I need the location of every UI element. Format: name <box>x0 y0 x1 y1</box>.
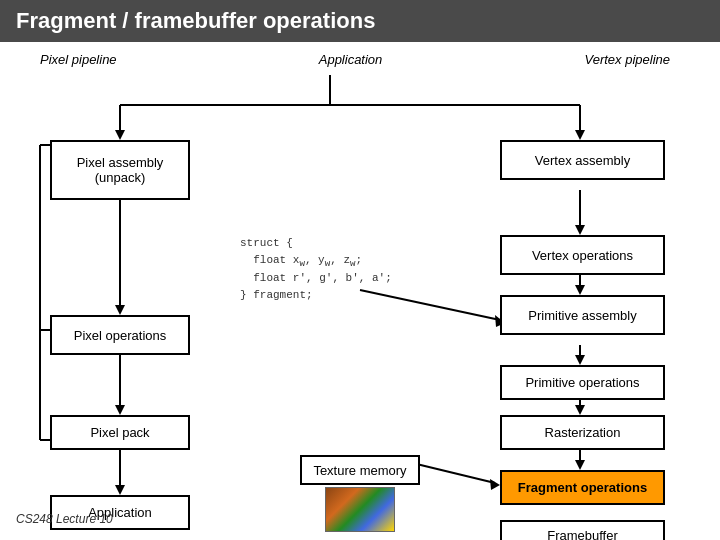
pixel-operations-box: Pixel operations <box>50 315 190 355</box>
svg-marker-10 <box>115 405 125 415</box>
texture-image <box>325 487 395 532</box>
fragment-operations-box: Fragment operations <box>500 470 665 505</box>
primitive-assembly-box: Primitive assembly <box>500 295 665 335</box>
pixel-pipeline-label: Pixel pipeline <box>40 52 117 67</box>
svg-marker-8 <box>115 305 125 315</box>
svg-marker-20 <box>575 405 585 415</box>
framebuffer-box: Framebuffer <box>500 520 665 540</box>
pixel-pack-box: Pixel pack <box>50 415 190 450</box>
pixel-assembly-box: Pixel assembly(unpack) <box>50 140 190 200</box>
pixel-pack-label: Pixel pack <box>90 425 149 440</box>
content: Pixel pipeline Application Vertex pipeli… <box>0 42 720 532</box>
vertex-operations-box: Vertex operations <box>500 235 665 275</box>
svg-marker-18 <box>575 355 585 365</box>
primitive-operations-box: Primitive operations <box>500 365 665 400</box>
pixel-assembly-label: Pixel assembly(unpack) <box>77 155 164 185</box>
framebuffer-label: Framebuffer <box>547 528 618 541</box>
svg-marker-3 <box>115 130 125 140</box>
rasterization-label: Rasterization <box>545 425 621 440</box>
primitive-operations-label: Primitive operations <box>525 375 639 390</box>
vertex-assembly-label: Vertex assembly <box>535 153 630 168</box>
svg-marker-12 <box>115 485 125 495</box>
primitive-assembly-label: Primitive assembly <box>528 308 636 323</box>
texture-memory-area: Texture memory <box>300 455 420 530</box>
texture-memory-label: Texture memory <box>313 463 406 478</box>
page-title: Fragment / framebuffer operations <box>16 8 375 33</box>
svg-marker-14 <box>575 225 585 235</box>
pixel-operations-label: Pixel operations <box>74 328 167 343</box>
vertex-operations-label: Vertex operations <box>532 248 633 263</box>
svg-marker-6 <box>575 130 585 140</box>
column-labels: Pixel pipeline Application Vertex pipeli… <box>20 52 700 67</box>
texture-memory-box: Texture memory <box>300 455 420 485</box>
svg-marker-30 <box>490 479 500 490</box>
page: Fragment / framebuffer operations Pixel … <box>0 0 720 540</box>
code-block: struct { float xw, yw, zw; float r', g',… <box>240 235 392 303</box>
code-text: struct { float xw, yw, zw; float r', g',… <box>240 237 392 301</box>
svg-marker-16 <box>575 285 585 295</box>
vertex-assembly-box: Vertex assembly <box>500 140 665 180</box>
svg-marker-22 <box>575 460 585 470</box>
vertex-pipeline-label: Vertex pipeline <box>584 52 670 67</box>
fragment-operations-label: Fragment operations <box>518 480 647 495</box>
diagram: Pixel assembly(unpack) Pixel operations … <box>20 75 700 495</box>
title-bar: Fragment / framebuffer operations <box>0 0 720 42</box>
rasterization-box: Rasterization <box>500 415 665 450</box>
footer-label: CS248 Lecture 10 <box>16 512 113 526</box>
app-label: Application <box>319 52 383 67</box>
